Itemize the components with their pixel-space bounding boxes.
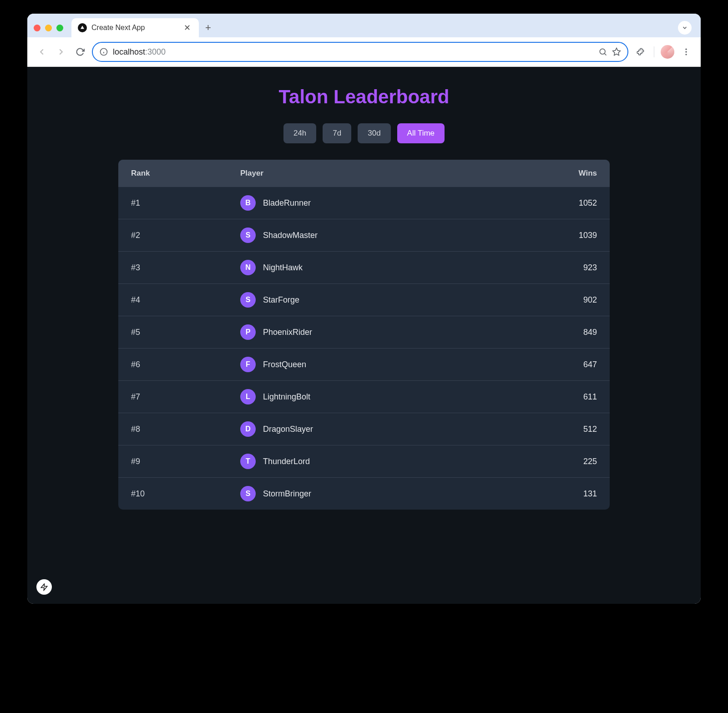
back-button[interactable] <box>35 45 49 59</box>
tab-strip: Create Next App ✕ + <box>27 14 701 37</box>
rank-cell: #3 <box>131 263 240 273</box>
table-row[interactable]: #3NNightHawk923 <box>118 252 610 284</box>
table-row[interactable]: #9TThunderLord225 <box>118 445 610 478</box>
player-avatar: S <box>240 292 256 308</box>
player-cell: FFrostQueen <box>240 357 551 372</box>
table-row[interactable]: #10SStormBringer131 <box>118 478 610 510</box>
player-cell: LLightningBolt <box>240 389 551 405</box>
player-avatar: T <box>240 454 256 469</box>
leaderboard-table: Rank Player Wins #1BBladeRunner1052#2SSh… <box>118 160 610 510</box>
page-title: Talon Leaderboard <box>38 86 690 108</box>
player-cell: PPhoenixRider <box>240 324 551 340</box>
time-filter-30d[interactable]: 30d <box>358 123 390 143</box>
table-row[interactable]: #8DDragonSlayer512 <box>118 413 610 445</box>
profile-avatar[interactable] <box>661 45 674 59</box>
wins-cell: 1052 <box>551 198 597 208</box>
rank-cell: #10 <box>131 489 240 499</box>
menu-icon[interactable] <box>679 45 693 59</box>
close-window-button[interactable] <box>34 25 40 31</box>
forward-button[interactable] <box>54 45 68 59</box>
player-cell: SStormBringer <box>240 486 551 501</box>
rank-cell: #4 <box>131 295 240 305</box>
col-header-rank: Rank <box>131 169 240 178</box>
player-avatar: D <box>240 421 256 437</box>
table-row[interactable]: #7LLightningBolt611 <box>118 381 610 413</box>
table-row[interactable]: #4SStarForge902 <box>118 284 610 316</box>
address-bar[interactable]: localhost:3000 <box>92 42 628 62</box>
url-text: localhost:3000 <box>113 47 594 57</box>
page-viewport: Talon Leaderboard 24h7d30dAll Time Rank … <box>27 67 701 604</box>
player-name: NightHawk <box>263 263 303 273</box>
separator <box>654 46 654 57</box>
time-filter-all-time[interactable]: All Time <box>397 123 445 143</box>
svg-point-3 <box>600 49 605 54</box>
rank-cell: #6 <box>131 360 240 369</box>
svg-line-4 <box>605 54 607 56</box>
wins-cell: 1039 <box>551 231 597 240</box>
player-avatar: N <box>240 260 256 275</box>
extensions-icon[interactable] <box>633 45 647 59</box>
player-avatar: L <box>240 389 256 405</box>
browser-tab[interactable]: Create Next App ✕ <box>71 18 199 37</box>
svg-point-8 <box>685 54 687 55</box>
player-cell: NNightHawk <box>240 260 551 275</box>
rank-cell: #9 <box>131 457 240 466</box>
time-filter-row: 24h7d30dAll Time <box>38 123 690 143</box>
dev-indicator-icon[interactable] <box>36 579 52 595</box>
search-icon[interactable] <box>598 47 607 56</box>
wins-cell: 849 <box>551 328 597 337</box>
tab-favicon-icon <box>78 23 87 32</box>
rank-cell: #5 <box>131 328 240 337</box>
player-name: StormBringer <box>263 489 311 499</box>
site-info-icon[interactable] <box>99 47 108 56</box>
player-avatar: S <box>240 228 256 243</box>
player-name: BladeRunner <box>263 198 311 208</box>
player-avatar: F <box>240 357 256 372</box>
wins-cell: 611 <box>551 392 597 402</box>
col-header-wins: Wins <box>551 169 597 178</box>
bookmark-icon[interactable] <box>612 47 621 56</box>
player-cell: DDragonSlayer <box>240 421 551 437</box>
player-cell: BBladeRunner <box>240 195 551 211</box>
player-name: LightningBolt <box>263 392 310 402</box>
window-controls <box>34 25 63 31</box>
tab-title: Create Next App <box>91 24 177 32</box>
url-path: :3000 <box>145 47 166 56</box>
url-host: localhost <box>113 47 145 56</box>
wins-cell: 131 <box>551 489 597 499</box>
new-tab-button[interactable]: + <box>199 22 217 34</box>
time-filter-7d[interactable]: 7d <box>323 123 351 143</box>
player-cell: SShadowMaster <box>240 228 551 243</box>
table-row[interactable]: #2SShadowMaster1039 <box>118 219 610 252</box>
table-row[interactable]: #6FFrostQueen647 <box>118 349 610 381</box>
player-cell: TThunderLord <box>240 454 551 469</box>
browser-toolbar: localhost:3000 <box>27 37 701 67</box>
minimize-window-button[interactable] <box>45 25 52 31</box>
player-cell: SStarForge <box>240 292 551 308</box>
player-avatar: S <box>240 486 256 501</box>
table-header: Rank Player Wins <box>118 160 610 187</box>
player-name: PhoenixRider <box>263 328 312 337</box>
col-header-player: Player <box>240 169 551 178</box>
player-name: DragonSlayer <box>263 425 313 434</box>
rank-cell: #1 <box>131 198 240 208</box>
rank-cell: #2 <box>131 231 240 240</box>
reload-button[interactable] <box>73 45 87 59</box>
wins-cell: 225 <box>551 457 597 466</box>
player-name: FrostQueen <box>263 360 306 369</box>
rank-cell: #7 <box>131 392 240 402</box>
wins-cell: 512 <box>551 425 597 434</box>
player-avatar: P <box>240 324 256 340</box>
player-name: ShadowMaster <box>263 231 318 240</box>
wins-cell: 647 <box>551 360 597 369</box>
player-name: ThunderLord <box>263 457 310 466</box>
time-filter-24h[interactable]: 24h <box>283 123 316 143</box>
player-name: StarForge <box>263 295 299 305</box>
close-tab-button[interactable]: ✕ <box>182 23 192 33</box>
maximize-window-button[interactable] <box>56 25 63 31</box>
table-row[interactable]: #1BBladeRunner1052 <box>118 187 610 219</box>
table-row[interactable]: #5PPhoenixRider849 <box>118 316 610 349</box>
wins-cell: 923 <box>551 263 597 273</box>
browser-window: Create Next App ✕ + localhost:3000 <box>27 14 701 604</box>
tab-overflow-button[interactable] <box>678 21 692 35</box>
